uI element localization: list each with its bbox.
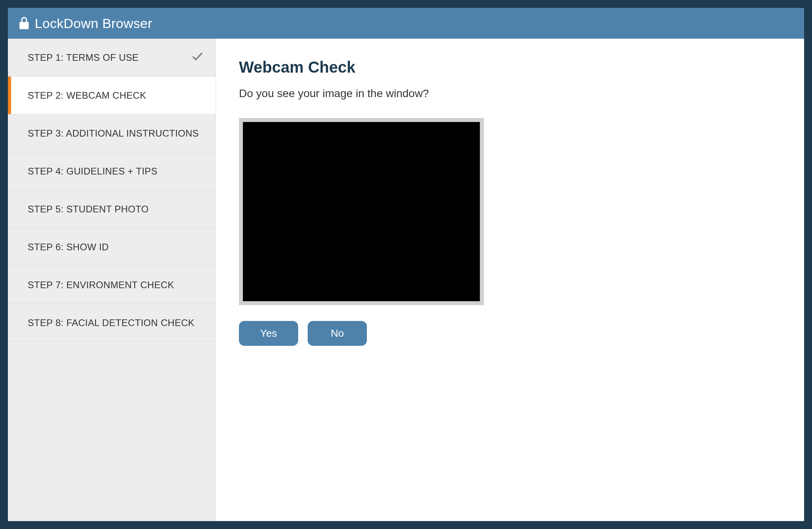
check-icon bbox=[191, 50, 204, 65]
sidebar-step-guidelines-tips[interactable]: STEP 4: GUIDELINES + TIPS bbox=[8, 152, 216, 190]
step-label: STEP 2: WEBCAM CHECK bbox=[28, 90, 146, 101]
step-label: STEP 4: GUIDELINES + TIPS bbox=[28, 166, 158, 177]
step-label: STEP 7: ENVIRONMENT CHECK bbox=[28, 280, 174, 291]
sidebar-step-show-id[interactable]: STEP 6: SHOW ID bbox=[8, 228, 216, 266]
app-window: LockDown Browser STEP 1: TERMS OF USE ST… bbox=[8, 8, 804, 521]
step-label: STEP 8: FACIAL DETECTION CHECK bbox=[28, 317, 194, 328]
lock-icon bbox=[19, 17, 29, 30]
sidebar-step-webcam-check[interactable]: STEP 2: WEBCAM CHECK bbox=[8, 77, 216, 114]
app-title: LockDown Browser bbox=[35, 16, 152, 31]
sidebar-step-terms-of-use[interactable]: STEP 1: TERMS OF USE bbox=[8, 39, 216, 77]
sidebar-step-additional-instructions[interactable]: STEP 3: ADDITIONAL INSTRUCTIONS bbox=[8, 114, 216, 152]
sidebar-step-student-photo[interactable]: STEP 5: STUDENT PHOTO bbox=[8, 190, 216, 228]
no-button[interactable]: No bbox=[308, 321, 367, 346]
sidebar-step-facial-detection-check[interactable]: STEP 8: FACIAL DETECTION CHECK bbox=[8, 304, 216, 342]
sidebar-step-environment-check[interactable]: STEP 7: ENVIRONMENT CHECK bbox=[8, 266, 216, 304]
yes-button[interactable]: Yes bbox=[239, 321, 298, 346]
step-label: STEP 6: SHOW ID bbox=[28, 242, 109, 253]
main-content: Webcam Check Do you see your image in th… bbox=[216, 39, 804, 521]
step-label: STEP 1: TERMS OF USE bbox=[28, 52, 139, 63]
page-heading: Webcam Check bbox=[239, 58, 781, 76]
webcam-video bbox=[243, 122, 480, 301]
button-row: Yes No bbox=[239, 321, 781, 346]
body-row: STEP 1: TERMS OF USE STEP 2: WEBCAM CHEC… bbox=[8, 39, 804, 521]
webcam-frame bbox=[239, 118, 484, 305]
sidebar: STEP 1: TERMS OF USE STEP 2: WEBCAM CHEC… bbox=[8, 39, 216, 521]
header-bar: LockDown Browser bbox=[8, 8, 804, 39]
step-label: STEP 3: ADDITIONAL INSTRUCTIONS bbox=[28, 128, 199, 139]
question-text: Do you see your image in the window? bbox=[239, 87, 781, 100]
step-label: STEP 5: STUDENT PHOTO bbox=[28, 204, 148, 215]
